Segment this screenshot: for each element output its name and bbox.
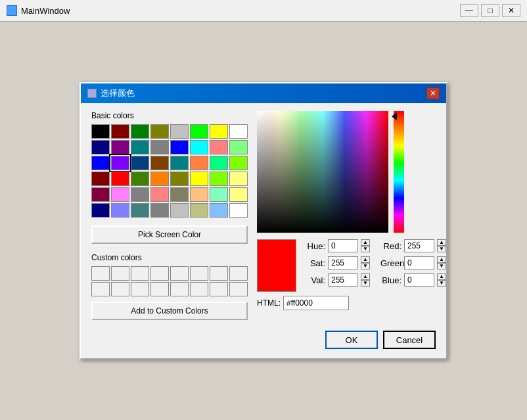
basic-color-swatch[interactable] [190, 172, 208, 186]
pick-screen-color-button[interactable]: Pick Screen Color [91, 225, 248, 244]
blue-down-button[interactable]: ▼ [437, 280, 446, 287]
val-up-button[interactable]: ▲ [361, 273, 370, 280]
custom-color-swatch[interactable] [210, 266, 228, 281]
red-up-button[interactable]: ▲ [437, 239, 446, 246]
basic-color-swatch[interactable] [111, 172, 129, 186]
basic-color-swatch[interactable] [170, 140, 189, 154]
basic-color-swatch[interactable] [229, 187, 248, 202]
dialog-close-button[interactable]: ✕ [426, 87, 440, 99]
custom-color-swatch[interactable] [190, 266, 208, 281]
basic-color-swatch[interactable] [131, 172, 149, 186]
basic-color-swatch[interactable] [210, 156, 228, 170]
basic-color-swatch[interactable] [190, 187, 208, 202]
basic-color-swatch[interactable] [190, 140, 208, 154]
custom-color-swatch[interactable] [111, 266, 129, 281]
sat-down-button[interactable]: ▼ [361, 263, 370, 269]
hue-bar[interactable] [394, 111, 404, 233]
basic-color-swatch[interactable] [150, 187, 169, 202]
basic-color-swatch[interactable] [131, 140, 149, 154]
basic-color-swatch[interactable] [111, 156, 129, 170]
custom-color-swatch[interactable] [229, 266, 248, 281]
app-title-bar: MainWindow — □ ✕ [0, 0, 527, 22]
app-icon [7, 5, 17, 16]
close-window-button[interactable]: ✕ [502, 4, 520, 17]
green-down-button[interactable]: ▼ [437, 263, 446, 269]
basic-color-swatch[interactable] [210, 187, 228, 202]
hue-input[interactable] [328, 239, 358, 252]
basic-color-swatch[interactable] [111, 124, 129, 139]
basic-color-swatch[interactable] [150, 140, 169, 154]
numeric-controls: Hue: ▲ ▼ Sat: ▲ [304, 239, 446, 287]
basic-color-swatch[interactable] [170, 124, 189, 139]
red-down-button[interactable]: ▼ [437, 246, 446, 252]
basic-color-swatch[interactable] [91, 124, 110, 139]
basic-color-swatch[interactable] [210, 140, 228, 154]
val-input[interactable] [328, 273, 358, 287]
basic-color-swatch[interactable] [131, 187, 149, 202]
custom-color-swatch[interactable] [91, 266, 110, 281]
hue-down-button[interactable]: ▼ [361, 246, 370, 252]
custom-color-swatch[interactable] [170, 282, 189, 296]
custom-color-swatch[interactable] [210, 282, 228, 296]
basic-color-swatch[interactable] [229, 140, 248, 154]
basic-color-swatch[interactable] [229, 124, 248, 139]
html-input[interactable] [283, 296, 349, 310]
custom-color-swatch[interactable] [131, 282, 149, 296]
basic-color-swatch[interactable] [190, 124, 208, 139]
basic-color-swatch[interactable] [170, 187, 189, 202]
basic-color-swatch[interactable] [150, 172, 169, 186]
ok-button[interactable]: OK [325, 331, 378, 349]
basic-color-swatch[interactable] [131, 156, 149, 170]
custom-color-swatch[interactable] [91, 282, 110, 296]
saturation-value-picker[interactable] [257, 111, 388, 233]
basic-color-swatch[interactable] [91, 172, 110, 186]
basic-color-swatch[interactable] [229, 203, 248, 218]
custom-color-swatch[interactable] [229, 282, 248, 296]
custom-color-swatch[interactable] [131, 266, 149, 281]
basic-color-swatch[interactable] [210, 172, 228, 186]
basic-color-swatch[interactable] [229, 156, 248, 170]
basic-color-swatch[interactable] [170, 203, 189, 218]
custom-color-swatch[interactable] [150, 266, 169, 281]
basic-color-swatch[interactable] [111, 140, 129, 154]
cancel-button[interactable]: Cancel [383, 331, 436, 349]
basic-color-swatch[interactable] [131, 203, 149, 218]
basic-colors-label: Basic colors [91, 111, 248, 120]
val-down-button[interactable]: ▼ [361, 280, 370, 287]
basic-color-swatch[interactable] [190, 156, 208, 170]
custom-color-swatch[interactable] [111, 282, 129, 296]
add-custom-colors-button[interactable]: Add to Custom Colors [91, 302, 248, 320]
basic-color-swatch[interactable] [91, 187, 110, 202]
basic-color-swatch[interactable] [91, 203, 110, 218]
hue-up-button[interactable]: ▲ [361, 239, 370, 246]
red-label: Red: [380, 241, 401, 251]
sat-up-button[interactable]: ▲ [361, 256, 370, 263]
basic-color-swatch[interactable] [170, 172, 189, 186]
basic-color-swatch[interactable] [111, 203, 129, 218]
maximize-button[interactable]: □ [481, 4, 499, 17]
custom-color-swatch[interactable] [190, 282, 208, 296]
blue-up-button[interactable]: ▲ [437, 273, 446, 280]
basic-color-swatch[interactable] [111, 187, 129, 202]
green-up-button[interactable]: ▲ [437, 256, 446, 263]
basic-color-swatch[interactable] [150, 156, 169, 170]
basic-color-swatch[interactable] [229, 172, 248, 186]
basic-color-swatch[interactable] [170, 156, 189, 170]
basic-color-swatch[interactable] [210, 124, 228, 139]
basic-color-swatch[interactable] [210, 203, 228, 218]
minimize-button[interactable]: — [460, 4, 478, 17]
green-input[interactable] [404, 256, 434, 269]
red-input[interactable] [404, 239, 434, 252]
basic-color-swatch[interactable] [190, 203, 208, 218]
basic-color-swatch[interactable] [91, 156, 110, 170]
blue-input[interactable] [404, 273, 434, 287]
basic-color-swatch[interactable] [131, 124, 149, 139]
custom-color-swatch[interactable] [170, 266, 189, 281]
basic-color-swatch[interactable] [91, 140, 110, 154]
basic-color-swatch[interactable] [150, 124, 169, 139]
basic-color-swatch[interactable] [150, 203, 169, 218]
sat-input[interactable] [328, 256, 358, 269]
custom-color-swatch[interactable] [150, 282, 169, 296]
hue-spinner: ▲ ▼ [361, 239, 370, 252]
right-panel: Hue: ▲ ▼ Sat: ▲ [257, 111, 446, 320]
